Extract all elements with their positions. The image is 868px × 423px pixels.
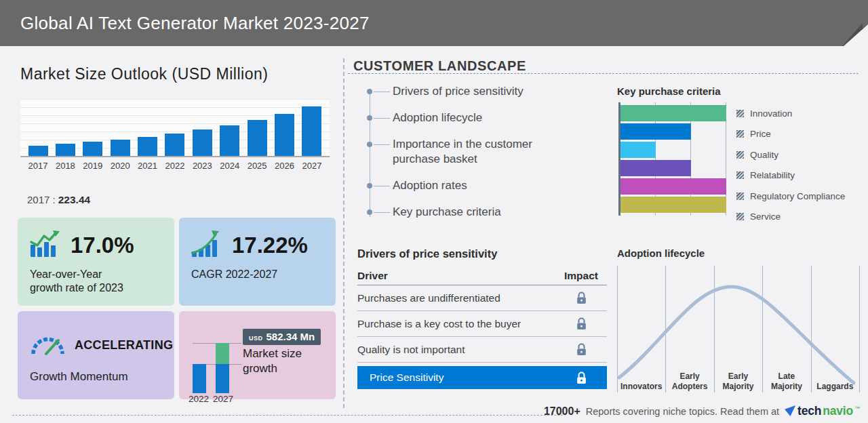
market-size-bar [193, 129, 212, 156]
landscape-item-label: Adoption rates [393, 178, 562, 193]
page-curl-cut [844, 24, 868, 46]
vertical-section-divider [343, 58, 344, 408]
timeline-dot-icon [367, 142, 372, 147]
market-bar-column [300, 106, 324, 156]
growth-amount: 582.34 Mn [267, 331, 315, 342]
legend-swatch-icon [736, 172, 744, 179]
legend-item: Service [736, 207, 845, 228]
footer: 17000+ Reports covering niche topics. Re… [544, 404, 860, 418]
year-tick-label: 2019 [81, 161, 105, 171]
legend-item: Innovation [736, 103, 845, 124]
growth-amount-badge: USD 582.34 Mn [243, 329, 321, 345]
market-size-bar [28, 146, 48, 156]
timeline-connector [374, 144, 390, 145]
market-size-growth-card: 2022 2027 USD 582.34 Mn Market size grow… [179, 311, 336, 399]
legend-label: Relatability [750, 170, 795, 180]
market-size-bar [165, 134, 184, 156]
brand-trademark: ™ [854, 405, 860, 411]
customer-landscape-underline [348, 73, 859, 74]
landscape-list-item: Key purchase criteria [353, 205, 591, 220]
timeline-dot-icon [367, 115, 372, 121]
lifecycle-stage-label: LateMajority [762, 371, 810, 391]
timeline-connector [374, 186, 390, 186]
market-size-bar [275, 114, 294, 156]
market-bar-column [163, 134, 187, 156]
column-impact: Impact [555, 270, 607, 282]
landscape-list-item: Drivers of price sensitivity [353, 84, 591, 99]
year-tick-label: 2021 [136, 161, 160, 171]
legend-swatch-icon [736, 110, 744, 117]
report-count: 17000+ [544, 405, 580, 418]
technavio-arrow-icon [785, 405, 796, 417]
cagr-card: 17.22% CAGR 2022-2027 [179, 218, 336, 306]
market-size-bar [56, 144, 75, 156]
lifecycle-stage-label: EarlyMajority [714, 371, 762, 391]
base-year-label: 2017 : [27, 194, 56, 205]
market-size-bar [248, 120, 267, 156]
table-header-row: Driver Impact [357, 267, 607, 285]
customer-landscape-list: Drivers of price sensitivityAdoption lif… [353, 84, 591, 220]
timeline-dot-icon [367, 89, 372, 94]
page-title: Global AI Text Generator Market 2023-202… [20, 13, 370, 34]
footer-divider [12, 415, 563, 416]
driver-cell: Purchase is a key cost to the buyer [357, 318, 521, 330]
cagr-value: 17.22% [232, 233, 308, 258]
market-size-chart: 2017201820192020202120222023202420252026… [20, 99, 330, 171]
year-tick-label: 2024 [218, 161, 242, 171]
year-tick-label: 2018 [53, 161, 77, 171]
lifecycle-stage-label: Innovators [617, 382, 665, 391]
year-tick-label: 2026 [273, 161, 297, 171]
key-purchase-criteria-title: Key purchase criteria [617, 85, 721, 97]
table-row: Quality is not important [357, 337, 607, 363]
yoy-growth-label: Year-over-Year growth rate of 2023 [30, 268, 163, 295]
legend-swatch-icon [736, 193, 744, 200]
legend-label: Innovation [750, 108, 792, 119]
criteria-bar [620, 142, 656, 158]
timeline-connector [374, 92, 390, 92]
criteria-bar [620, 197, 726, 213]
growth-mini-chart: 2022 2027 [187, 325, 243, 401]
market-size-title: Market Size Outlook (USD Million) [20, 65, 268, 83]
lifecycle-stage-label: Laggards [811, 382, 859, 391]
timeline-dot-icon [367, 183, 372, 188]
market-bar-column [53, 144, 77, 156]
legend-item: Regulatory Compliance [736, 186, 845, 207]
key-purchase-criteria-legend: InnovationPriceQualityRelatabilityRegula… [736, 103, 845, 227]
mini-year-left: 2022 [187, 394, 210, 404]
market-size-plot [20, 99, 330, 157]
growth-card-label: Market size growth [243, 346, 317, 376]
year-tick-label: 2022 [163, 161, 187, 171]
market-bar-column [190, 129, 214, 156]
market-bar-column [273, 114, 297, 156]
criteria-bar [620, 160, 691, 176]
adoption-lifecycle-chart: InnovatorsEarlyAdoptersEarlyMajorityLate… [617, 266, 860, 392]
timeline-marker [353, 137, 393, 152]
driver-cell: Purchases are undifferentiated [357, 292, 500, 304]
cagr-label: CAGR 2022-2027 [191, 268, 325, 281]
timeline-connector [374, 212, 390, 213]
legend-item: Quality [736, 144, 845, 165]
landscape-item-label: Adoption lifecycle [393, 110, 562, 125]
timeline-marker [353, 178, 393, 193]
market-bar-column [218, 125, 242, 156]
legend-label: Quality [750, 150, 778, 160]
market-bar-column [136, 137, 160, 156]
table-row: Purchase is a key cost to the buyer [357, 311, 607, 337]
footer-message: Reports covering niche topics. Read them… [586, 406, 779, 417]
adoption-lifecycle-labels: InnovatorsEarlyAdoptersEarlyMajorityLate… [617, 371, 859, 391]
legend-item: Price [736, 124, 845, 145]
rising-bars-arrow-icon [191, 230, 222, 261]
key-purchase-criteria-bars [620, 102, 727, 213]
legend-label: Price [750, 129, 771, 139]
year-tick-label: 2017 [26, 161, 50, 171]
brand-suffix: navio [823, 404, 853, 418]
market-size-year-axis: 2017201820192020202120222023202420252026… [20, 161, 330, 171]
column-driver: Driver [357, 270, 388, 282]
legend-swatch-icon [736, 130, 744, 138]
timeline-marker [353, 84, 393, 99]
market-bar-column [26, 146, 50, 156]
landscape-list-item: Adoption lifecycle [353, 110, 591, 125]
legend-label: Regulatory Compliance [750, 191, 845, 201]
market-size-bar [111, 140, 130, 156]
legend-swatch-icon [736, 213, 744, 220]
